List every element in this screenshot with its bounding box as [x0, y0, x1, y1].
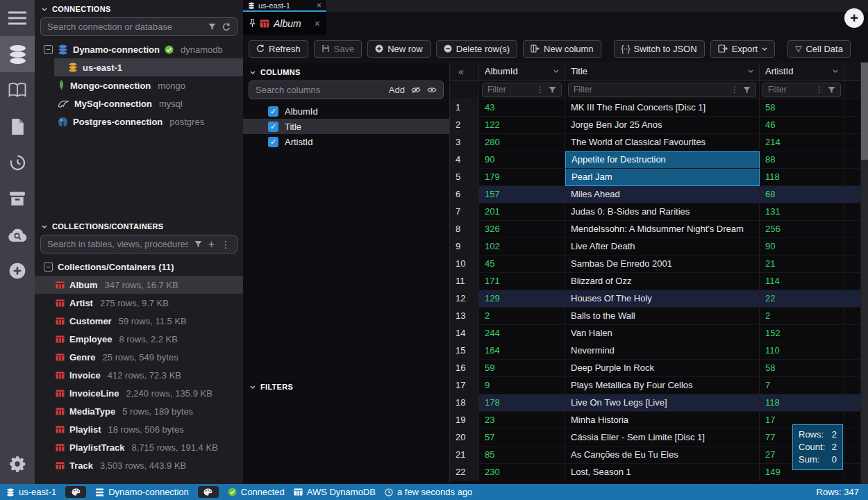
tab-us-east-1[interactable]: us-east-1 × [243, 0, 326, 12]
data-cell-AlbumId[interactable]: 57 [479, 429, 565, 447]
data-cell-ArtistId[interactable]: 7 [760, 377, 844, 394]
tab-album[interactable]: Album × [243, 12, 326, 35]
kebab-menu-icon[interactable]: ⋮ [815, 85, 824, 94]
data-cell-Title[interactable]: Mendelssohn: A Midsummer Night's Dream [565, 221, 760, 238]
data-cell-ArtistId[interactable]: 256 [760, 221, 844, 238]
filter-input-Title[interactable]: Filter⋮ [568, 83, 756, 97]
connection-item-Postgres-connection[interactable]: Postgres-connectionpostgres [35, 112, 243, 131]
data-cell-Title[interactable]: Plays Metallica By Four Cellos [565, 377, 760, 394]
iconbar-item-archive[interactable] [0, 181, 35, 217]
data-cell-AlbumId[interactable]: 102 [479, 238, 565, 256]
data-cell-Title[interactable]: Sambas De Enredo 2001 [565, 256, 760, 273]
data-cell-Title[interactable]: Minha Historia [565, 412, 760, 429]
data-cell-ArtistId[interactable]: 152 [760, 325, 844, 342]
column-toggle-AlbumId[interactable]: ✓AlbumId [243, 103, 449, 119]
data-cell-AlbumId[interactable]: 178 [479, 394, 565, 412]
data-cell-AlbumId[interactable]: 280 [479, 134, 565, 151]
new-row-button[interactable]: New row [367, 40, 431, 58]
export-button[interactable]: Export [710, 40, 776, 58]
data-cell-ArtistId[interactable]: 214 [760, 134, 844, 151]
connection-item-Dynamo-connection[interactable]: −Dynamo-connectiondynamodb [35, 40, 243, 58]
filters-header[interactable]: FILTERS [243, 377, 449, 393]
data-cell-Title[interactable]: Houses Of The Holy [565, 290, 760, 308]
row-number-cell[interactable]: 14 [450, 325, 479, 342]
eye-icon[interactable] [427, 86, 437, 94]
data-cell-Title[interactable]: Van Halen [565, 325, 760, 342]
data-cell-Title[interactable]: Live After Death [565, 238, 760, 256]
row-number-cell[interactable]: 18 [450, 394, 479, 412]
new-connection-button[interactable]: + [844, 8, 864, 28]
iconbar-item-settings[interactable] [0, 444, 35, 484]
data-cell-Title[interactable]: MK III The Final Concerts [Disc 1] [565, 99, 760, 117]
data-cell-AlbumId[interactable]: 201 [479, 203, 565, 221]
checkbox-checked-icon[interactable]: ✓ [268, 137, 278, 147]
data-cell-AlbumId[interactable]: 129 [479, 290, 565, 308]
row-number-cell[interactable]: 20 [450, 429, 479, 447]
data-cell-ArtistId[interactable]: 88 [760, 151, 844, 169]
collection-item-InvoiceLine[interactable]: InvoiceLine2,240 rows, 135.9 KB [35, 384, 243, 402]
chevron-down-icon[interactable] [833, 69, 838, 73]
data-cell-ArtistId[interactable]: 90 [760, 238, 844, 256]
iconbar-item-menu[interactable] [0, 0, 35, 36]
columns-search-input[interactable]: Search columns Add [249, 81, 444, 99]
data-cell-ArtistId[interactable]: 2 [760, 308, 844, 325]
data-cell-ArtistId[interactable]: 118 [760, 169, 844, 186]
statusbar-database[interactable]: us-east-1 [6, 487, 56, 497]
collections-header[interactable]: COLLECTIONS/CONTAINERS [35, 217, 243, 233]
row-number-cell[interactable]: 16 [450, 360, 479, 377]
row-number-cell[interactable]: 7 [450, 203, 479, 221]
data-cell-ArtistId[interactable]: 46 [760, 117, 844, 134]
filter-funnel-icon[interactable] [549, 86, 556, 94]
column-header-Title[interactable]: Title [565, 62, 760, 81]
data-cell-Title[interactable]: Appetite for Destruction [565, 151, 760, 169]
iconbar-item-cloud-search[interactable] [0, 217, 35, 253]
data-cell-Title[interactable]: Nevermind [565, 342, 760, 360]
row-number-cell[interactable]: 11 [450, 273, 479, 290]
collection-item-Employee[interactable]: Employee8 rows, 2.2 KB [35, 330, 243, 348]
data-cell-ArtistId[interactable]: 131 [760, 203, 844, 221]
collapse-box-icon[interactable]: − [44, 262, 53, 272]
checkbox-checked-icon[interactable]: ✓ [268, 122, 278, 132]
connection-item-us-east-1[interactable]: us-east-1 [35, 58, 243, 76]
color-palette-button[interactable] [198, 486, 219, 498]
chevron-down-icon[interactable] [553, 69, 559, 73]
row-number-cell[interactable]: 15 [450, 342, 479, 360]
close-icon[interactable]: × [317, 1, 322, 10]
data-cell-AlbumId[interactable]: 45 [479, 256, 565, 273]
row-number-cell[interactable]: 21 [450, 447, 479, 464]
data-cell-Title[interactable]: Jorge Ben Jor 25 Anos [565, 117, 760, 134]
checkbox-checked-icon[interactable]: ✓ [268, 106, 278, 117]
connection-item-MySql-connection[interactable]: MySql-connectionmysql [35, 94, 243, 112]
row-number-cell[interactable]: 19 [450, 412, 479, 429]
iconbar-item-add-circle[interactable] [0, 253, 35, 289]
refresh-icon[interactable] [222, 23, 231, 31]
row-number-cell[interactable]: 6 [450, 186, 479, 203]
data-cell-ArtistId[interactable]: 118 [760, 394, 844, 412]
statusbar-connection[interactable]: Dynamo-connection [95, 487, 189, 497]
connections-search-input[interactable]: Search connection or database [40, 17, 237, 36]
add-icon[interactable]: + [208, 238, 215, 251]
row-number-cell[interactable]: 3 [450, 134, 479, 151]
data-cell-Title[interactable]: Deep Purple In Rock [565, 360, 760, 377]
iconbar-item-history[interactable] [0, 144, 35, 181]
row-number-cell[interactable]: 17 [450, 377, 479, 394]
color-palette-button[interactable] [65, 486, 86, 498]
filter-funnel-icon[interactable] [743, 86, 751, 94]
column-header-AlbumId[interactable]: AlbumId [479, 62, 565, 81]
chevron-down-icon[interactable] [748, 69, 753, 73]
column-header-ArtistId[interactable]: ArtistId [760, 62, 844, 81]
new-column-button[interactable]: New column [523, 40, 601, 58]
row-number-cell[interactable]: 4 [450, 151, 479, 169]
data-cell-Title[interactable]: Lost, Season 1 [565, 464, 760, 481]
collection-item-Album[interactable]: Album347 rows, 16.7 KB [35, 276, 243, 294]
data-cell-AlbumId[interactable]: 59 [479, 360, 565, 377]
collection-item-Genre[interactable]: Genre25 rows, 549 bytes [35, 348, 243, 366]
collapse-box-icon[interactable]: − [44, 45, 53, 54]
collection-item-Track[interactable]: Track3,503 rows, 443.9 KB [35, 456, 243, 474]
collection-item-Playlist[interactable]: Playlist18 rows, 506 bytes [35, 420, 243, 438]
data-cell-ArtistId[interactable]: 21 [760, 256, 844, 273]
data-cell-AlbumId[interactable]: 2 [479, 308, 565, 325]
data-cell-AlbumId[interactable]: 85 [479, 447, 565, 464]
close-icon[interactable]: × [315, 18, 320, 29]
data-cell-Title[interactable]: As Canções de Eu Tu Eles [565, 447, 760, 464]
